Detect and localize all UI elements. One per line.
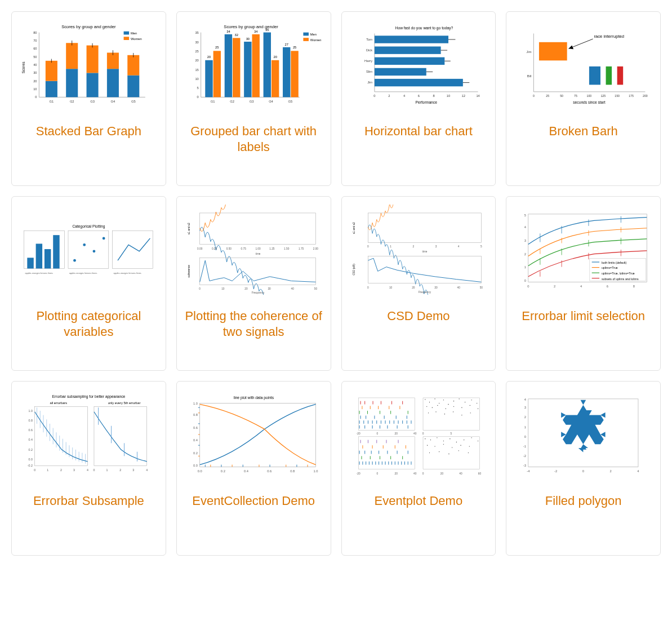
svg-text:60: 60 [33, 47, 37, 50]
svg-text:-3: -3 [523, 464, 526, 467]
gallery-card-eventcollection[interactable]: line plot with data points 0.00.20.40.60… [176, 381, 331, 556]
svg-rect-11 [46, 81, 57, 97]
svg-rect-47 [224, 34, 232, 97]
svg-text:0.6: 0.6 [193, 426, 198, 429]
svg-point-331 [469, 405, 470, 406]
gallery-card-stacked-bar[interactable]: Scores by group and gender Scores 010203… [11, 11, 166, 186]
gallery-card-errorbar-limits[interactable]: both limits (default) uplims=True uplims… [506, 196, 661, 371]
gallery-card-coherence[interactable]: 0.000.250.500.751.001.251.501.752.00 tim… [176, 196, 331, 371]
svg-rect-149 [368, 213, 481, 243]
gallery-card-errorbar-subsample[interactable]: Errorbar subsampling for better appearan… [11, 381, 166, 556]
svg-text:apples  oranges  lemons  limes: apples oranges lemons limes [113, 272, 141, 274]
chart-title: Errorbar subsampling for better appearan… [52, 394, 126, 399]
svg-text:25: 25 [195, 50, 198, 53]
svg-text:4: 4 [580, 285, 582, 288]
svg-point-397 [468, 453, 468, 453]
svg-rect-59 [283, 47, 290, 97]
card-title: Errorbar limit selection [522, 308, 645, 324]
svg-text:20: 20 [207, 55, 211, 59]
svg-text:2: 2 [554, 285, 555, 288]
svg-text:apples oranges lemons limes: apples oranges lemons limes [25, 272, 52, 274]
svg-text:0.4: 0.4 [193, 438, 198, 442]
thumbnail: Categorical Plotting apples oranges lemo… [19, 205, 159, 295]
svg-rect-17 [107, 69, 119, 97]
svg-marker-104 [569, 46, 574, 50]
svg-text:-2: -2 [554, 469, 557, 473]
svg-text:50: 50 [314, 287, 317, 290]
legend-1: uplims=True [602, 266, 618, 269]
svg-rect-271 [423, 437, 479, 469]
svg-text:6: 6 [417, 94, 419, 97]
gallery-card-eventplot[interactable]: -2002040 05 -2002040 0204060 Eventplot D… [341, 381, 496, 556]
svg-point-318 [443, 400, 443, 400]
svg-text:-2: -2 [523, 454, 526, 458]
svg-text:0: 0 [34, 468, 35, 472]
svg-point-378 [425, 438, 425, 439]
gallery-card-csd[interactable]: s1 and s2 012345time CSD (dB) 0102030405… [341, 196, 496, 371]
svg-text:75: 75 [574, 94, 577, 97]
svg-text:G4: G4 [111, 100, 115, 103]
svg-text:s1 and s2: s1 and s2 [353, 222, 355, 234]
svg-text:0.2: 0.2 [29, 448, 33, 451]
svg-text:8: 8 [633, 285, 635, 288]
svg-text:0: 0 [582, 469, 584, 473]
gallery-card-categorical[interactable]: Categorical Plotting apples oranges lemo… [11, 196, 166, 371]
card-title: EventCollection Demo [192, 493, 315, 509]
svg-text:Slim: Slim [366, 70, 372, 73]
svg-text:-20: -20 [356, 472, 360, 475]
svg-text:100: 100 [587, 94, 592, 97]
thumbnail: Scores by group and gender Scores 010203… [19, 20, 159, 110]
svg-text:2: 2 [524, 252, 526, 256]
gallery-card-broken-barh[interactable]: JimBill race interrupted 0255075 1001251… [506, 11, 661, 186]
svg-text:0.0: 0.0 [193, 464, 198, 467]
thumbnail: Errorbar subsampling for better appearan… [19, 389, 159, 480]
svg-point-386 [478, 441, 478, 441]
svg-text:2.00: 2.00 [313, 247, 319, 250]
svg-text:-4: -4 [527, 469, 530, 473]
svg-text:2: 2 [610, 469, 612, 473]
svg-text:40: 40 [413, 432, 417, 435]
svg-text:0.8: 0.8 [193, 413, 198, 416]
svg-point-382 [450, 438, 450, 439]
svg-text:3: 3 [524, 239, 526, 242]
gallery-card-filled-polygon[interactable]: -4-2024 -3-2-101234 Filled polygon [506, 381, 661, 556]
svg-text:12: 12 [461, 94, 465, 97]
svg-text:50: 50 [33, 55, 37, 59]
gallery-card-horizontal-bar[interactable]: How fast do you want to go today? TomDic… [341, 11, 496, 186]
svg-text:G4: G4 [269, 100, 273, 103]
svg-text:2: 2 [388, 94, 390, 97]
svg-text:Tom: Tom [366, 38, 372, 41]
svg-point-390 [452, 447, 452, 447]
svg-text:4: 4 [403, 94, 405, 97]
svg-text:Frequency: Frequency [418, 291, 431, 294]
legend-women: Women [310, 38, 322, 42]
svg-point-395 [448, 454, 449, 454]
svg-point-316 [434, 398, 435, 399]
svg-rect-100 [589, 66, 600, 85]
svg-text:apples  oranges  lemons  limes: apples oranges lemons limes [69, 272, 97, 274]
gallery-card-grouped-bar[interactable]: Scores by group and gender 051015 202530… [176, 11, 331, 186]
svg-rect-61 [291, 51, 298, 97]
svg-text:8: 8 [433, 94, 434, 97]
card-title: Grouped bar chart with labels [184, 123, 324, 154]
svg-rect-15 [87, 73, 99, 97]
svg-text:2: 2 [412, 245, 414, 248]
svg-point-387 [427, 445, 428, 446]
svg-text:40: 40 [457, 286, 460, 289]
card-title: Filled polygon [545, 493, 622, 509]
legend-0: both limits (default) [602, 261, 627, 264]
svg-text:20: 20 [273, 55, 277, 59]
svg-text:40: 40 [33, 63, 37, 66]
svg-text:30: 30 [246, 37, 249, 41]
svg-text:30: 30 [434, 286, 438, 289]
svg-point-325 [426, 406, 427, 407]
legend-women: Women [131, 37, 142, 41]
svg-text:5: 5 [480, 245, 482, 248]
svg-text:30: 30 [195, 41, 198, 44]
svg-text:Dick: Dick [366, 48, 372, 52]
svg-text:Harry: Harry [364, 59, 372, 63]
svg-text:Jim: Jim [527, 50, 532, 54]
svg-point-336 [453, 411, 453, 412]
svg-rect-201 [94, 406, 147, 465]
thumbnail: line plot with data points 0.00.20.40.60… [184, 389, 324, 480]
